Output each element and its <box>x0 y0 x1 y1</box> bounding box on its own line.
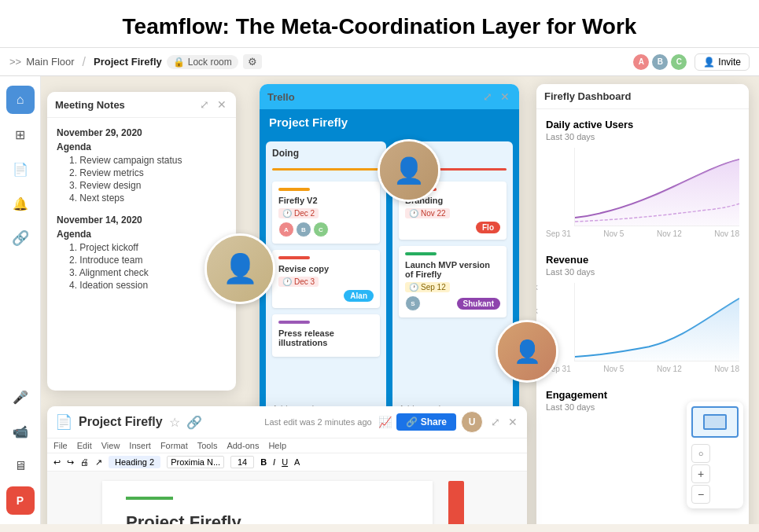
chart-dau-x-labels: Sep 31 Nov 5 Nov 12 Nov 18 <box>546 229 739 238</box>
notes-date-1: November 29, 2020 <box>57 127 227 138</box>
trello-item-fireflyv2[interactable]: Firefly V2 🕐 Dec 2 A B C <box>272 182 380 244</box>
trello-label-bar-3 <box>278 321 310 324</box>
gdocs-chart-btn[interactable]: 📈 <box>378 416 392 428</box>
dashboard-title: Firefly Dashboard <box>544 90 741 102</box>
top-nav: >> Main Floor / Project Firefly 🔒 Lock r… <box>0 48 759 76</box>
gdocs-print[interactable]: 🖨 <box>80 457 89 467</box>
shukant-badge: Shukant <box>457 298 500 310</box>
chart-revenue-subtitle: Last 30 days <box>546 267 739 277</box>
gdocs-page[interactable]: Project Firefly <box>102 481 433 524</box>
trello-item-revisecopy[interactable]: Revise copy 🕐 Dec 3 Alan <box>272 250 380 308</box>
zoom-reset-button[interactable]: ○ <box>691 444 710 463</box>
person-avatar-1: 👤 <box>378 139 440 202</box>
chart-dau-wrapper: 30k 20k 10k <box>546 148 739 226</box>
notes-item-1-4: 4. Next steps <box>57 193 227 204</box>
sidebar-icon-screen[interactable]: 🖥 <box>6 452 35 480</box>
chart-revenue-x-labels: Sep 31 Nov 5 Nov 12 Nov 18 <box>546 365 739 373</box>
alan-badge: Alan <box>344 290 374 302</box>
chart-dau-area <box>574 148 739 226</box>
meeting-notes-content: November 29, 2020 Agenda 1. Review campa… <box>47 118 236 385</box>
gdocs-paint[interactable]: ↗ <box>95 457 102 468</box>
gdocs-content: Project Firefly <box>47 471 527 524</box>
sidebar-icon-doc[interactable]: 📄 <box>6 155 35 183</box>
gdocs-menu-help[interactable]: Help <box>268 441 286 450</box>
notes-agenda-1: Agenda <box>57 141 227 152</box>
meeting-notes-controls: ⤢ ✕ <box>198 98 228 111</box>
gdocs-user-avatar: U <box>461 411 483 433</box>
nav-settings-button[interactable]: ⚙ <box>243 54 262 69</box>
sidebar-icon-grid[interactable]: ⊞ <box>6 120 35 149</box>
gdocs-redo[interactable]: ↪ <box>67 457 74 468</box>
invite-button[interactable]: 👤 Invite <box>695 53 750 71</box>
lock-icon: 🔒 <box>173 57 185 68</box>
trello-label-bar-5 <box>405 252 437 255</box>
nav-main-floor[interactable]: Main Floor <box>26 56 74 68</box>
chart-revenue: Revenue Last 30 days 300k 200k 100k 0 <box>546 254 739 373</box>
trello-item-pressrelease[interactable]: Press release illustrations <box>272 314 380 357</box>
meeting-notes-expand[interactable]: ⤢ <box>198 98 211 111</box>
gdocs-share-button[interactable]: 🔗 Share <box>396 413 456 431</box>
clock-icon-4: 🕐 <box>409 209 418 218</box>
gdocs-menu-insert[interactable]: Insert <box>129 441 151 450</box>
gdocs-doc-title[interactable]: Project Firefly <box>79 415 163 429</box>
nav-project[interactable]: Project Firefly <box>94 56 162 68</box>
trello-av-done-1: S <box>405 295 421 311</box>
gdocs-font-size[interactable]: 14 <box>230 456 254 468</box>
gdocs-expand[interactable]: ⤢ <box>489 416 502 428</box>
gdocs-bold[interactable]: B <box>260 457 267 467</box>
gdocs-font-select[interactable]: Proximia N... <box>167 456 224 468</box>
gdocs-menu-edit[interactable]: Edit <box>77 441 92 450</box>
gdocs-star[interactable]: ☆ <box>169 415 180 430</box>
zoom-in-button[interactable]: + <box>691 464 710 483</box>
nav-lock-room[interactable]: 🔒 Lock room <box>167 55 238 69</box>
gdocs-menu-file[interactable]: File <box>53 441 68 450</box>
zoom-out-button[interactable]: − <box>691 485 710 504</box>
trello-expand[interactable]: ⤢ <box>481 90 494 103</box>
trello-window: Trello ⤢ ✕ Project Firefly Doing Firefly… <box>260 84 519 438</box>
trello-item-launchmvp[interactable]: Launch MVP version of Firefly 🕐 Sep 12 S… <box>399 246 507 317</box>
workspace: ⌂ ⊞ 📄 🔔 🔗 🎤 📹 🖥 P Meeting Notes ⤢ ✕ Nove… <box>0 76 759 524</box>
gdocs-page-heading: Project Firefly <box>126 512 409 524</box>
person-icon: 👤 <box>703 57 715 68</box>
trello-item-title-3: Press release illustrations <box>278 328 374 347</box>
zoom-preview <box>691 406 739 438</box>
gdocs-menu-addons[interactable]: Add-ons <box>227 441 259 450</box>
meeting-notes-close[interactable]: ✕ <box>216 98 228 111</box>
trello-item-title-2: Revise copy <box>278 264 374 273</box>
trello-avatars-1: A B C <box>278 222 374 237</box>
gdocs-format-bar: ↩ ↪ 🖨 ↗ Heading 2 Proximia N... 14 B I U… <box>47 453 527 471</box>
gdocs-menu-view[interactable]: View <box>101 441 120 450</box>
notes-section-1: November 29, 2020 Agenda 1. Review campa… <box>57 127 227 204</box>
zoom-preview-box <box>703 414 727 430</box>
gdocs-underline[interactable]: U <box>282 457 288 467</box>
gdocs-share-icon[interactable]: 🔗 <box>186 415 202 430</box>
trello-doing-bar <box>272 168 380 171</box>
gdocs-undo[interactable]: ↩ <box>53 457 61 468</box>
sidebar-icon-link[interactable]: 🔗 <box>6 224 35 252</box>
trello-close[interactable]: ✕ <box>499 90 511 103</box>
google-docs-window: 📄 Project Firefly ☆ 🔗 Last edit was 2 mi… <box>47 406 527 524</box>
sidebar-icon-powerpoint[interactable]: P <box>6 486 35 515</box>
sidebar-icon-mic[interactable]: 🎤 <box>6 383 35 411</box>
sidebar-icon-home[interactable]: ⌂ <box>6 86 35 114</box>
sidebar-icon-video[interactable]: 📹 <box>6 417 35 446</box>
notes-agenda-2: Agenda <box>57 229 227 240</box>
gdocs-menu-tools[interactable]: Tools <box>197 441 218 450</box>
notes-item-1-1: 1. Review campaign status <box>57 155 227 166</box>
gdocs-right-controls: 📈 🔗 Share U <box>378 411 483 433</box>
sidebar-icon-camera[interactable]: 🔔 <box>6 189 35 218</box>
gdocs-heading-select[interactable]: Heading 2 <box>109 456 160 468</box>
share-icon: 🔗 <box>406 416 418 427</box>
gdocs-menu-format[interactable]: Format <box>160 441 188 450</box>
trello-column-doing: Doing Firefly V2 🕐 Dec 2 A B C <box>266 141 386 420</box>
gdocs-color[interactable]: A <box>294 457 300 467</box>
chart-revenue-title: Revenue <box>546 254 739 266</box>
gdocs-close[interactable]: ✕ <box>507 416 519 428</box>
gdocs-italic[interactable]: I <box>273 457 275 467</box>
notes-date-2: November 14, 2020 <box>57 215 227 226</box>
trello-controls: ⤢ ✕ <box>481 90 511 103</box>
trello-item-title-1: Firefly V2 <box>278 196 374 205</box>
trello-av-1: A <box>278 222 294 237</box>
notes-item-2-1: 1. Project kickoff <box>57 242 227 253</box>
nav-arrows[interactable]: >> <box>9 56 21 68</box>
